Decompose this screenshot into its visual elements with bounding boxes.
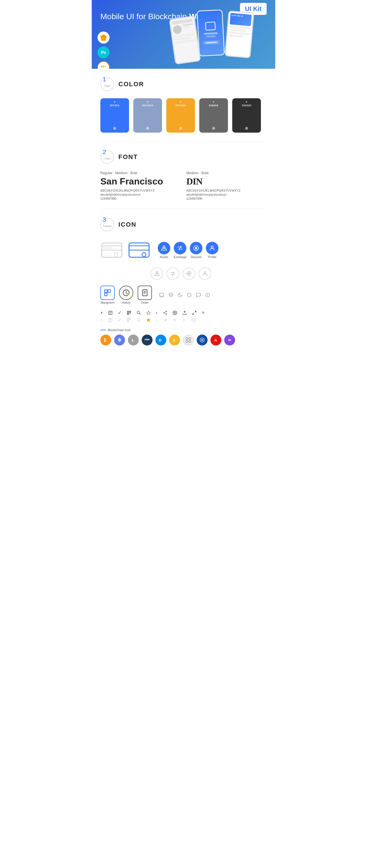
font-grid: Regular · Medium · Bold San Francisco AB… bbox=[101, 171, 266, 200]
bitcoin-icon: ₿ bbox=[101, 335, 111, 345]
font-sf-style: Regular · Medium · Bold bbox=[101, 171, 181, 175]
icon-section: 3 THREE ICON bbox=[92, 209, 275, 354]
font-din-style: Medium · Bold bbox=[186, 171, 266, 175]
svg-marker-53 bbox=[147, 311, 150, 314]
svg-rect-11 bbox=[129, 246, 149, 250]
search-icon-faded bbox=[137, 318, 141, 322]
svg-point-12 bbox=[142, 253, 146, 257]
blockchain-label: BlockChain Icon bbox=[101, 328, 266, 332]
check-icon-faded: ✓ bbox=[118, 317, 121, 322]
svg-rect-46 bbox=[130, 311, 131, 312]
info-icon bbox=[205, 292, 210, 298]
svg-point-59 bbox=[174, 312, 175, 313]
font-sf-lowercase: abcdefghijklmnopqrstuvwxyz bbox=[101, 193, 181, 196]
svg-point-16 bbox=[195, 247, 197, 249]
svg-rect-23 bbox=[105, 290, 107, 292]
svg-line-62 bbox=[193, 313, 194, 314]
svg-point-69 bbox=[137, 318, 140, 321]
info-icon-faded bbox=[191, 318, 196, 322]
plus-icon: + bbox=[101, 310, 103, 315]
profile-outline-icon bbox=[199, 267, 211, 280]
svg-line-52 bbox=[139, 313, 140, 314]
svg-point-37 bbox=[207, 294, 208, 294]
svg-rect-33 bbox=[160, 293, 164, 296]
svg-point-14 bbox=[163, 247, 165, 249]
zcash-icon: Z bbox=[169, 335, 180, 345]
note-icon bbox=[108, 311, 113, 315]
svg-point-54 bbox=[166, 311, 167, 312]
management-icon bbox=[101, 286, 115, 300]
exchange-icon bbox=[174, 242, 186, 254]
font-section: 2 TWO FONT Regular · Medium · Bold San F… bbox=[92, 142, 275, 209]
hero-section: Mobile UI for Blockchain Wallet UI Kit P… bbox=[92, 0, 275, 69]
profile-outline bbox=[199, 267, 211, 280]
icon-section-title: ICON bbox=[118, 221, 137, 228]
color-section: 1 ONE COLOR #3574FA #8DA0C8 #F5A623 #666… bbox=[92, 69, 275, 141]
dash-icon: D bbox=[156, 335, 166, 345]
svg-point-17 bbox=[211, 246, 213, 248]
svg-line-58 bbox=[164, 313, 166, 314]
profile-icon bbox=[206, 242, 219, 254]
swatch-dark: #303030 bbox=[232, 98, 261, 133]
history-icon bbox=[119, 286, 133, 300]
svg-text:A: A bbox=[215, 338, 217, 342]
svg-rect-47 bbox=[128, 313, 129, 314]
layers-icon bbox=[168, 292, 173, 298]
moon-icon bbox=[177, 292, 182, 298]
svg-rect-82 bbox=[189, 338, 191, 339]
nav-icons-outline-row bbox=[150, 267, 266, 280]
order-icon-item: Order bbox=[138, 286, 152, 304]
discover-outline bbox=[182, 267, 195, 280]
font-sf-uppercase: ABCDEFGHIJKLMNOPQRSTUVWXYZ bbox=[101, 189, 181, 192]
assets-outline bbox=[150, 267, 163, 280]
svg-point-51 bbox=[137, 311, 140, 314]
misc-icons-row bbox=[159, 292, 210, 298]
svg-rect-68 bbox=[127, 320, 129, 322]
font-din-name: DIN bbox=[186, 176, 266, 187]
icon-showcase: Assets Exchange Discover Profile bbox=[101, 239, 266, 261]
grid-icon bbox=[183, 335, 194, 345]
svg-point-55 bbox=[163, 312, 164, 313]
svg-rect-25 bbox=[105, 293, 107, 296]
lisk-icon bbox=[197, 335, 207, 345]
share-icon bbox=[163, 311, 167, 315]
svg-point-22 bbox=[204, 272, 206, 274]
swatch-gray: #666666 bbox=[199, 98, 228, 133]
font-section-header: 2 TWO FONT bbox=[101, 150, 266, 164]
matic-icon bbox=[224, 335, 235, 345]
qr-icon bbox=[127, 311, 131, 315]
svg-line-61 bbox=[195, 311, 196, 313]
waves-icon bbox=[142, 335, 152, 345]
svg-point-56 bbox=[166, 314, 167, 314]
message-icon bbox=[196, 292, 201, 298]
profile-nav-icon: Profile bbox=[206, 242, 219, 259]
chevron-left-icon: ‹ bbox=[156, 310, 158, 315]
swatch-blue: #3574FA bbox=[101, 98, 129, 133]
svg-text:₿: ₿ bbox=[104, 338, 106, 342]
svg-point-6 bbox=[114, 253, 118, 256]
svg-line-70 bbox=[139, 320, 140, 322]
app-icons-row: Mangment History Order bbox=[101, 286, 266, 304]
note-icon-faded bbox=[108, 318, 113, 322]
qr-icon-faded bbox=[127, 318, 131, 322]
exchange-nav-icon: Exchange bbox=[174, 242, 186, 259]
font-section-number: 2 TWO bbox=[101, 150, 114, 164]
svg-point-21 bbox=[188, 273, 190, 275]
star-icon bbox=[146, 311, 151, 315]
circle-icon bbox=[187, 292, 192, 298]
svg-line-50 bbox=[130, 314, 131, 314]
svg-point-19 bbox=[156, 273, 158, 274]
svg-marker-86 bbox=[201, 339, 203, 341]
svg-rect-67 bbox=[130, 318, 131, 320]
svg-line-57 bbox=[164, 312, 166, 313]
svg-text:D: D bbox=[159, 338, 162, 342]
discover-icon bbox=[190, 242, 202, 254]
x-icon-faded: ✕ bbox=[173, 317, 176, 322]
search-icon bbox=[137, 311, 141, 315]
svg-rect-45 bbox=[128, 311, 129, 312]
sketch-badge bbox=[97, 32, 110, 43]
chat-icon bbox=[159, 292, 164, 298]
phone-mock-1 bbox=[169, 16, 201, 65]
wallet-colored-icon bbox=[128, 239, 150, 261]
upload-icon bbox=[182, 311, 187, 315]
